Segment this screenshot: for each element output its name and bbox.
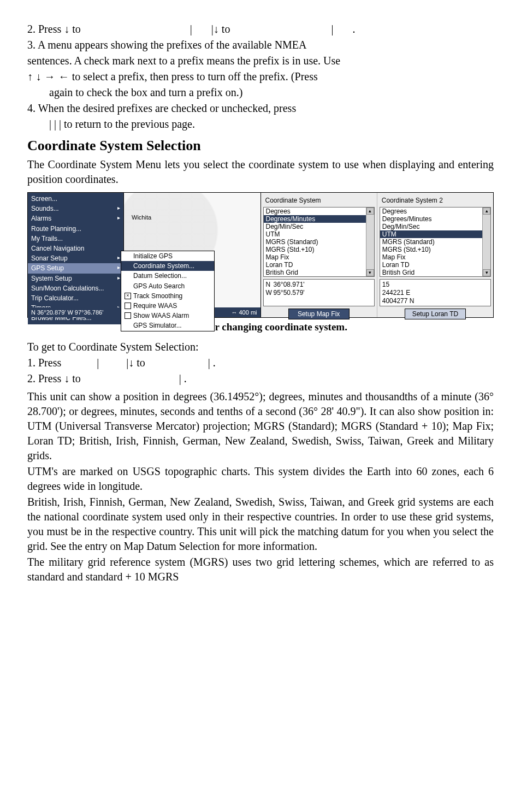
main-menu-item[interactable]: Trip Calculator... [28,293,123,303]
submenu-item[interactable]: GPS Simulator... [121,321,214,330]
readout-line: N36°08.971' [266,281,372,289]
separators: | | | [49,118,61,130]
scroll-down-icon[interactable]: ▾ [366,269,374,276]
list-item[interactable]: UTM [380,230,482,238]
submenu-item[interactable]: Coordinate System... [121,261,214,271]
dialog-title: Coordinate System [263,196,375,205]
submenu-item[interactable]: Datum Selection... [121,271,214,281]
submenu-item[interactable]: GPS Auto Search [121,281,214,291]
list-item[interactable]: Loran TD [380,261,482,269]
text: to select a prefix, then press to turn o… [69,70,318,82]
coord-listbox-1[interactable]: DegreesDegrees/MinutesDeg/Min/SecUTMMGRS… [263,207,375,277]
gps-setup-submenu: Initialize GPSCoordinate System...Datum … [121,251,215,331]
step-3-line-b: sentences. A check mark next to a prefix… [27,54,494,68]
main-menu-item[interactable]: My Trails... [28,234,123,244]
readout-line: 244221 E [382,289,488,297]
text: . [352,23,355,35]
list-item[interactable]: Map Fix [380,253,482,261]
down-arrow-icon: ↓ [128,355,134,370]
separator: | [331,23,333,35]
main-menu-item[interactable]: Cancel Navigation [28,244,123,253]
list-item[interactable]: Degrees/Minutes [380,215,482,223]
scrollbar[interactable]: ▴ ▾ [482,208,490,276]
text: to [134,357,148,369]
main-menu-item[interactable]: Sonar Setup▸ [28,253,123,263]
separator: | [97,357,99,369]
body-para-2: UTM's are marked on USGS topographic cha… [27,464,494,494]
body-para-4: The military grid reference system (MGRS… [27,555,494,584]
list-item[interactable]: Deg/Min/Sec [380,223,482,230]
text: to [219,23,233,35]
scroll-down-icon[interactable]: ▾ [483,269,490,276]
main-menu-item[interactable]: Alarms▸ [28,214,123,223]
checkbox-icon [125,303,131,309]
list-item[interactable]: UTM [264,230,366,238]
scroll-up-icon[interactable]: ▴ [483,208,490,215]
list-item[interactable]: British Grid [380,269,482,276]
text: to [69,372,84,384]
down-arrow-icon: ↓ [64,22,69,37]
main-menu-item[interactable]: Sun/Moon Calculations... [28,283,123,293]
main-menu-item[interactable]: Screen... [28,194,123,204]
readout-line: 15 [382,281,488,289]
main-menu-item[interactable]: Route Planning... [28,224,123,234]
figure-left-panel: Wichita Lawton Screen...Sounds...▸Alarms… [28,193,261,317]
text: to return to the previous page. [61,118,195,130]
scroll-up-icon[interactable]: ▴ [366,208,374,215]
main-menu-item[interactable]: System Setup▸ [28,274,123,283]
submenu-item[interactable]: Show WAAS Alarm [121,311,214,321]
coord-readout-2: 15 244221 E 4004277 N [380,279,491,306]
down-arrow-icon: ↓ [64,371,69,386]
list-item[interactable]: MGRS (Standard) [380,238,482,246]
submenu-item[interactable]: Initialize GPS [121,251,214,261]
text: . [210,357,216,369]
readout-line: W95°50.579' [266,289,372,297]
checkbox-icon [125,312,131,319]
text: . [181,372,187,384]
intro-paragraph: The Coordinate System Menu lets you sele… [27,157,494,187]
body-para-3: British, Irish, Finnish, German, New Zea… [27,495,494,554]
coord-listbox-2[interactable]: DegreesDegrees/MinutesDeg/Min/SecUTMMGRS… [380,207,491,277]
main-menu-item[interactable]: GPS Setup▸ [28,263,123,273]
dialog-title: Coordinate System 2 [380,196,491,205]
coord-readout-1: N36°08.971'W95°50.579' [263,279,375,306]
submenu-item[interactable]: ×Track Smoothing [121,291,214,301]
coord-dialog-2: Coordinate System 2 DegreesDegrees/Minut… [377,193,493,317]
text: 2. Press [27,23,64,35]
list-item[interactable]: MGRS (Std.+10) [264,246,366,253]
submenu-item[interactable]: Require WAAS [121,301,214,311]
setup-loran-td-button[interactable]: Setup Loran TD [405,309,466,319]
scrollbar[interactable]: ▴ ▾ [366,208,374,276]
text: 2. Press [27,372,64,384]
map-label-wichita: Wichita [132,214,151,222]
after-line-1: To get to Coordinate System Selection: [27,340,494,354]
after-line-3: 2. Press ↓ to | . [27,371,494,386]
separator: | [190,23,192,35]
status-coords: N 36°20.879' W 97°36.786' [31,309,103,317]
status-scale: ↔ 400 mi [231,309,257,317]
list-item[interactable]: Loran TD [264,261,366,269]
step-4-line-a: 4. When the desired prefixes are checked… [27,101,494,116]
main-menu-item[interactable]: Sounds...▸ [28,204,123,214]
list-item[interactable]: Map Fix [264,253,366,261]
text: to [69,23,84,35]
list-item[interactable]: British Grid [264,269,366,276]
list-item[interactable]: Deg/Min/Sec [264,223,366,230]
list-item[interactable]: MGRS (Standard) [264,238,366,246]
step-3-line-a: 3. A menu appears showing the prefixes o… [27,38,494,52]
figure-right-panel: Coordinate System DegreesDegrees/Minutes… [261,193,494,317]
figure-menus: Wichita Lawton Screen...Sounds...▸Alarms… [27,192,494,318]
step-2: 2. Press ↓ to | |↓ to | . [27,22,494,37]
arrow-keys-icon: ↑ ↓ → ← [27,69,69,84]
step-3-line-c: ↑ ↓ → ← to select a prefix, then press t… [27,69,494,84]
list-item[interactable]: Degrees [264,208,366,215]
list-item[interactable]: MGRS (Std.+10) [380,246,482,253]
readout-line: 4004277 N [382,297,488,305]
step-3-line-d: again to check the box and turn a prefix… [49,85,494,100]
setup-map-fix-button[interactable]: Setup Map Fix [288,309,350,319]
list-item[interactable]: Degrees/Minutes [264,215,366,223]
body-para-1: This unit can show a position in degrees… [27,389,494,463]
down-arrow-icon: ↓ [214,22,219,37]
after-line-2: 1. Press | |↓ to | . [27,355,494,370]
list-item[interactable]: Degrees [380,208,482,215]
